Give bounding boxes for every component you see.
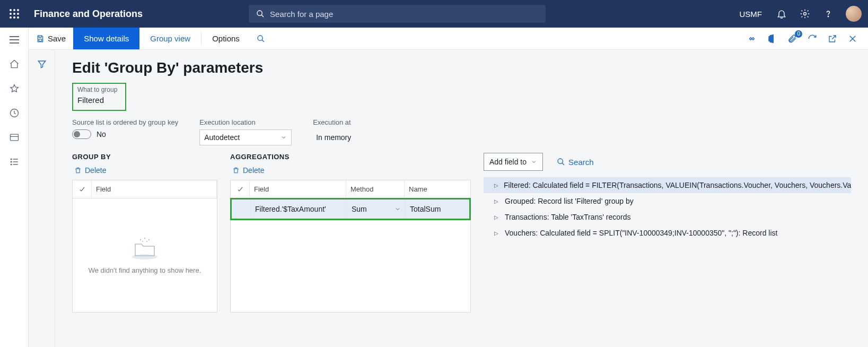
- main-content: Edit 'Group By' parameters What to group…: [29, 50, 868, 347]
- svg-point-2: [17, 9, 19, 11]
- svg-rect-14: [10, 134, 18, 141]
- tab-group-view[interactable]: Group view: [139, 28, 201, 49]
- svg-point-9: [257, 11, 262, 15]
- top-navbar: Finance and Operations Search for a page…: [0, 0, 868, 28]
- agg-checkbox-header[interactable]: [231, 180, 250, 198]
- global-search[interactable]: Search for a page: [249, 5, 546, 23]
- exec-at-value: In memory: [313, 129, 405, 145]
- popout-icon[interactable]: [827, 33, 838, 45]
- svg-point-31: [142, 241, 143, 242]
- hamburger-icon[interactable]: [8, 34, 20, 46]
- page-title: Edit 'Group By' parameters: [72, 59, 851, 76]
- svg-point-1: [13, 9, 15, 11]
- agg-row-name[interactable]: TotalSum: [406, 199, 469, 219]
- tree-item[interactable]: ▷Grouped: Record list 'Filtered' group b…: [484, 193, 851, 209]
- svg-point-3: [10, 13, 12, 15]
- aggregations-heading: AGGREGATIONS: [230, 153, 471, 161]
- tree-item[interactable]: ▷Filtered: Calculated field = FILTER(Tra…: [484, 177, 851, 193]
- svg-point-7: [13, 16, 15, 19]
- svg-point-8: [17, 16, 19, 19]
- groupby-checkbox-header[interactable]: [73, 180, 92, 198]
- svg-point-11: [804, 13, 806, 15]
- add-field-to-button[interactable]: Add field to: [484, 153, 543, 171]
- svg-point-29: [144, 237, 145, 238]
- diamond-icon[interactable]: [746, 33, 758, 45]
- attachment-count-badge: 0: [795, 30, 802, 38]
- svg-line-10: [261, 15, 264, 17]
- exec-at-label: Execution at: [313, 118, 405, 126]
- svg-point-18: [11, 161, 12, 162]
- exec-location-label: Execution location: [199, 118, 292, 126]
- exec-location-select[interactable]: Autodetect: [199, 129, 292, 145]
- svg-point-20: [11, 164, 12, 165]
- tab-show-details[interactable]: Show details: [73, 28, 139, 49]
- chevron-down-icon: [394, 206, 401, 212]
- what-to-group-field[interactable]: What to group Filtered: [72, 83, 126, 111]
- filter-rail: [29, 50, 55, 347]
- company-code[interactable]: USMF: [740, 10, 762, 19]
- aggregations-panel: AGGREGATIONS Delete Field Method Name: [230, 153, 471, 313]
- home-icon[interactable]: [8, 58, 20, 70]
- gear-icon[interactable]: [799, 8, 811, 20]
- agg-name-header[interactable]: Name: [405, 180, 470, 198]
- svg-rect-22: [39, 39, 41, 41]
- attachments-icon[interactable]: 0: [786, 33, 798, 45]
- module-icon[interactable]: [8, 132, 20, 143]
- groupby-field-header[interactable]: Field: [92, 180, 217, 198]
- user-avatar[interactable]: [846, 6, 862, 22]
- svg-point-30: [148, 239, 150, 240]
- tree-item[interactable]: ▷Vouchers: Calculated field = SPLIT("INV…: [484, 225, 851, 241]
- options-button[interactable]: Options: [201, 28, 250, 49]
- datasource-panel: Add field to Search ▷Filtered: Calculate…: [484, 153, 851, 241]
- svg-point-12: [828, 16, 828, 16]
- bell-icon[interactable]: [776, 8, 787, 20]
- search-placeholder: Search for a page: [270, 10, 333, 19]
- svg-point-6: [10, 16, 12, 19]
- clock-icon[interactable]: [8, 107, 20, 119]
- save-button[interactable]: Save: [29, 28, 73, 49]
- agg-row-field[interactable]: Filtered.'$TaxAmount': [251, 199, 347, 219]
- triangle-right-icon: ▷: [494, 198, 499, 204]
- datasource-search-link[interactable]: Search: [557, 158, 594, 167]
- agg-method-header[interactable]: Method: [346, 180, 405, 198]
- empty-folder-icon: [130, 237, 160, 260]
- ordered-toggle[interactable]: [72, 129, 91, 139]
- groupby-delete-button[interactable]: Delete: [74, 166, 106, 175]
- list-icon[interactable]: [8, 156, 20, 168]
- app-title: Finance and Operations: [34, 8, 143, 20]
- aggregations-grid: Field Method Name Filtered.'$TaxAmount' …: [230, 180, 471, 313]
- funnel-icon[interactable]: [37, 59, 47, 347]
- triangle-right-icon: ▷: [494, 230, 499, 236]
- svg-point-32: [146, 241, 147, 242]
- chevron-down-icon: [531, 159, 537, 165]
- agg-row-method[interactable]: Sum: [347, 199, 406, 219]
- star-icon[interactable]: [8, 83, 20, 94]
- help-icon[interactable]: [822, 8, 834, 20]
- groupby-heading: GROUP BY: [72, 153, 217, 161]
- svg-point-0: [10, 9, 12, 11]
- close-icon[interactable]: [847, 33, 858, 45]
- svg-point-5: [17, 13, 19, 15]
- save-label: Save: [48, 34, 66, 43]
- refresh-icon[interactable]: [806, 33, 818, 45]
- svg-point-16: [11, 159, 12, 160]
- agg-row[interactable]: Filtered.'$TaxAmount' Sum TotalSum: [232, 199, 469, 219]
- agg-field-header[interactable]: Field: [250, 180, 346, 198]
- tree-item[interactable]: ▷Transactions: Table 'TaxTrans' records: [484, 209, 851, 225]
- what-to-group-value: Filtered: [77, 94, 121, 106]
- datasource-tree: ▷Filtered: Calculated field = FILTER(Tra…: [484, 177, 851, 241]
- svg-point-28: [140, 239, 141, 240]
- svg-line-24: [262, 40, 264, 42]
- actionbar-search-icon[interactable]: [250, 28, 271, 49]
- groupby-empty-state: We didn't find anything to show here.: [73, 198, 217, 312]
- left-rail: [0, 28, 29, 347]
- office-icon[interactable]: [766, 33, 778, 45]
- aggregations-delete-button[interactable]: Delete: [232, 166, 264, 175]
- svg-point-27: [132, 254, 157, 259]
- groupby-panel: GROUP BY Delete Field: [72, 153, 217, 313]
- chevron-down-icon: [280, 134, 287, 141]
- svg-point-4: [13, 13, 15, 15]
- agg-row-checkbox[interactable]: [232, 199, 251, 219]
- waffle-icon[interactable]: [4, 4, 24, 24]
- svg-line-34: [562, 163, 564, 165]
